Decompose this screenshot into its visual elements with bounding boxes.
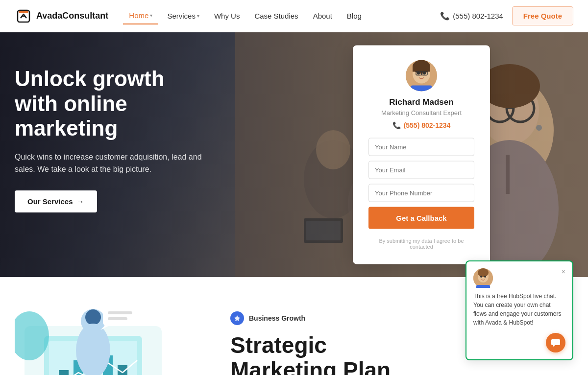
svg-rect-1 — [19, 11, 28, 13]
logo-icon — [15, 7, 32, 25]
nav-blog[interactable]: Blog — [341, 8, 368, 24]
our-services-button[interactable]: Our Services → — [15, 190, 97, 212]
consultant-title: Marketing Consultant Expert — [368, 109, 474, 117]
svg-marker-45 — [234, 315, 240, 321]
business-illustration — [15, 306, 201, 375]
chat-actions — [473, 333, 565, 352]
name-input[interactable] — [368, 138, 474, 156]
arrow-icon: → — [77, 197, 84, 206]
svg-rect-27 — [411, 86, 432, 92]
nav-menu: Home ▾ Services ▾ Why Us Case Studies Ab… — [123, 7, 440, 24]
svg-rect-42 — [108, 317, 127, 320]
svg-point-22 — [417, 72, 420, 75]
consultant-avatar — [406, 60, 437, 92]
hero-subtitle: Quick wins to increase customer adquisit… — [15, 151, 211, 176]
callback-button[interactable]: Get a Callback — [368, 207, 474, 229]
phone-icon: 📞 — [392, 121, 401, 129]
hero-section: Unlock growth with online marketing Quic… — [0, 32, 588, 277]
chat-message: This is a free HubSpot live chat. You ca… — [473, 292, 565, 327]
svg-point-38 — [76, 324, 110, 375]
chat-bubble-button[interactable] — [546, 333, 565, 352]
badge-svg — [234, 315, 241, 322]
consultant-name: Richard Madsen — [368, 97, 474, 107]
badge-icon — [230, 311, 244, 325]
svg-point-50 — [484, 276, 486, 278]
svg-rect-31 — [59, 370, 69, 375]
chat-header: × — [473, 268, 565, 288]
nav-home[interactable]: Home ▾ — [123, 7, 158, 24]
svg-rect-51 — [476, 285, 490, 288]
chevron-down-icon: ▾ — [150, 13, 152, 18]
svg-point-49 — [480, 276, 482, 278]
illustration-area — [15, 306, 201, 375]
free-quote-button[interactable]: Free Quote — [512, 6, 573, 25]
svg-rect-41 — [108, 311, 132, 314]
contact-form: Get a Callback By submitting my data I a… — [368, 138, 474, 250]
svg-rect-21 — [413, 67, 430, 72]
phone-icon: 📞 — [440, 11, 450, 21]
brand-logo[interactable]: AvadaConsultant — [15, 7, 108, 25]
chevron-down-icon: ▾ — [197, 13, 199, 19]
nav-case-studies[interactable]: Case Studies — [248, 8, 304, 24]
navbar-right: 📞 (555) 802-1234 Free Quote — [440, 6, 573, 25]
nav-about[interactable]: About — [307, 8, 338, 24]
form-disclaimer: By submitting my data I agree to be cont… — [368, 238, 474, 250]
chat-avatar-image — [473, 268, 493, 288]
hero-title: Unlock growth with online marketing — [15, 67, 211, 141]
phone-block: 📞 (555) 802-1234 — [440, 11, 503, 21]
chat-avatar — [473, 268, 493, 288]
contact-card: Richard Madsen Marketing Consultant Expe… — [353, 46, 490, 264]
chat-bubble-icon — [551, 338, 561, 348]
avatar-image — [406, 60, 437, 92]
chat-widget: × This is a free HubSpot live chat. You … — [466, 260, 573, 360]
svg-point-23 — [423, 72, 426, 75]
consultant-phone: 📞 (555) 802-1234 — [368, 121, 474, 129]
email-input[interactable] — [368, 161, 474, 179]
badge-text: Business Growth — [249, 314, 305, 322]
svg-point-37 — [85, 309, 101, 325]
nav-why-us[interactable]: Why Us — [208, 8, 246, 24]
navbar: AvadaConsultant Home ▾ Services ▾ Why Us… — [0, 0, 588, 32]
phone-input[interactable] — [368, 184, 474, 202]
nav-services[interactable]: Services ▾ — [161, 8, 205, 24]
svg-point-48 — [478, 268, 489, 277]
svg-rect-39 — [103, 306, 137, 326]
hero-content: Unlock growth with online marketing Quic… — [0, 32, 225, 247]
chat-close-button[interactable]: × — [562, 268, 565, 275]
